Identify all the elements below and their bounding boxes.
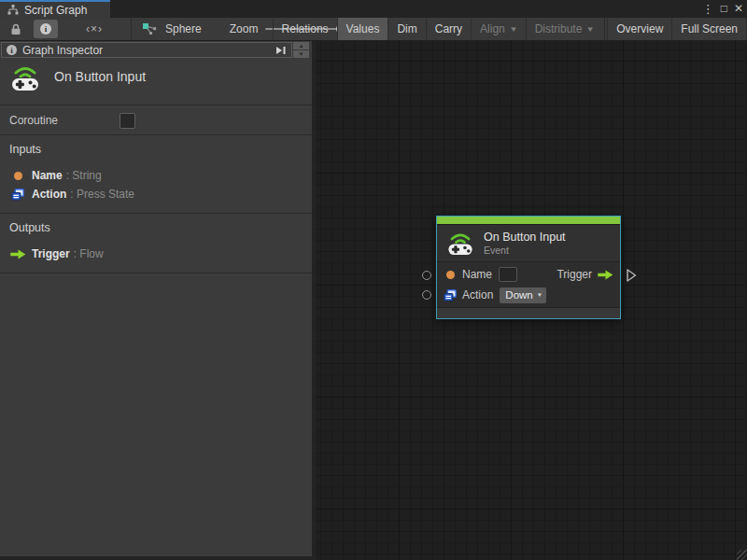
tab-script-graph[interactable]: Script Graph xyxy=(0,0,110,18)
enum-port-icon xyxy=(9,189,26,201)
outputs-section: Outputs Trigger : Flow xyxy=(0,214,312,273)
carry-button[interactable]: Carry xyxy=(426,18,471,40)
port-type: : Press State xyxy=(70,188,134,201)
node-footer xyxy=(437,308,620,318)
port-name: Name xyxy=(32,169,63,182)
fullscreen-label: Full Screen xyxy=(681,22,738,35)
zoom-label: Zoom xyxy=(230,22,259,35)
string-port-icon[interactable] xyxy=(444,271,457,279)
inspector-header: i Graph Inspector xyxy=(1,42,292,58)
window-controls: ⋮ □ ✕ xyxy=(702,0,743,18)
spinner-down-button[interactable]: ▼ xyxy=(293,50,309,58)
info-icon: i xyxy=(7,45,17,55)
toolbar-separator xyxy=(604,18,605,40)
toolbar-separator xyxy=(131,18,132,40)
distribute-dropdown-button[interactable]: Distribute ▼ xyxy=(526,18,603,40)
graph-name-label: Sphere xyxy=(165,22,202,35)
tab-title: Script Graph xyxy=(24,4,87,17)
inputs-header: Inputs xyxy=(9,143,312,156)
info-icon: i xyxy=(40,23,51,35)
fullscreen-button[interactable]: Full Screen xyxy=(671,18,747,40)
inputs-section: Inputs Name : String Action : Press Stat… xyxy=(0,135,312,214)
distribute-label: Distribute xyxy=(535,22,583,35)
values-button[interactable]: Values xyxy=(337,18,388,40)
name-port-connector[interactable] xyxy=(422,271,431,280)
action-dropdown-value: Down xyxy=(505,289,532,301)
node-row-name: Name Trigger xyxy=(444,265,613,285)
graph-hierarchy-icon xyxy=(7,5,19,15)
coroutine-checkbox[interactable] xyxy=(120,113,135,129)
port-name: Action xyxy=(32,188,66,201)
trigger-port-connector[interactable] xyxy=(626,268,637,283)
gamepad-icon xyxy=(446,231,474,256)
dock-panel-icon[interactable] xyxy=(275,46,287,55)
node-body: Name Trigger xyxy=(437,262,620,308)
trigger-port-label: Trigger xyxy=(557,268,592,281)
port-type: : Flow xyxy=(74,247,104,260)
enum-port-icon[interactable] xyxy=(444,289,457,301)
align-dropdown-button[interactable]: Align ▼ xyxy=(471,18,526,40)
dim-button[interactable]: Dim xyxy=(388,18,425,40)
action-port-connector[interactable] xyxy=(422,290,431,300)
node-event-colorbar xyxy=(437,217,620,225)
relations-button[interactable]: Relations xyxy=(273,18,337,40)
action-dropdown[interactable]: Down ▾ xyxy=(500,287,546,303)
overview-label: Overview xyxy=(616,22,663,35)
code-icon: ‹×› xyxy=(86,22,103,35)
carry-label: Carry xyxy=(435,22,462,35)
dim-label: Dim xyxy=(397,22,416,35)
unit-title: On Button Input xyxy=(54,69,146,84)
node-title: On Button Input xyxy=(484,231,566,245)
flow-port-icon[interactable] xyxy=(598,270,613,280)
port-row-trigger: Trigger : Flow xyxy=(9,245,312,263)
lock-button[interactable] xyxy=(6,20,26,38)
port-name: Trigger xyxy=(32,247,70,260)
on-button-input-node-wrap: On Button Input Event Name Trigger xyxy=(436,216,621,319)
name-input-field[interactable] xyxy=(499,267,517,282)
node-subtitle: Event xyxy=(484,245,566,257)
graph-toolbar: i ‹×› Sphere Zoom 1x R xyxy=(0,18,747,41)
toolbar-button-group: Relations Values Dim Carry Align ▼ Distr… xyxy=(273,18,747,40)
node-row-action: Action Down ▾ xyxy=(444,286,613,305)
coroutine-label: Coroutine xyxy=(9,114,58,127)
unit-title-section: On Button Input xyxy=(0,58,312,105)
outputs-header: Outputs xyxy=(9,221,312,234)
overview-button[interactable]: Overview xyxy=(607,18,671,40)
maximize-icon[interactable]: □ xyxy=(721,0,727,18)
port-row-action: Action : Press State xyxy=(9,185,312,203)
close-icon[interactable]: ✕ xyxy=(734,0,743,18)
port-row-name: Name : String xyxy=(9,166,312,185)
chevron-down-icon: ▼ xyxy=(586,25,596,34)
string-port-icon xyxy=(9,172,26,180)
lock-icon xyxy=(10,23,21,35)
graph-canvas[interactable]: On Button Input Event Name Trigger xyxy=(316,41,747,560)
relations-label: Relations xyxy=(282,22,329,35)
chevron-down-icon: ▾ xyxy=(537,291,541,299)
resize-grip[interactable] xyxy=(737,550,747,560)
coroutine-row: Coroutine xyxy=(0,105,312,135)
graph-inspector-panel: i Graph Inspector ▲ ▼ xyxy=(0,41,314,556)
panel-spinner: ▲ ▼ xyxy=(293,42,309,58)
inspector-toggle-button[interactable]: i xyxy=(34,20,58,38)
on-button-input-node[interactable]: On Button Input Event Name Trigger xyxy=(436,216,621,319)
unity-visual-scripting-window: Script Graph ⋮ □ ✕ i ‹×› xyxy=(0,0,747,560)
flow-port-icon xyxy=(9,249,26,259)
action-port-label: Action xyxy=(462,288,493,301)
align-label: Align xyxy=(480,22,505,35)
node-header[interactable]: On Button Input Event xyxy=(437,225,620,262)
edit-source-button[interactable]: ‹×› xyxy=(78,20,110,38)
name-port-label: Name xyxy=(462,268,492,281)
values-label: Values xyxy=(346,22,380,35)
window-menu-icon[interactable]: ⋮ xyxy=(702,0,714,18)
spinner-up-button[interactable]: ▲ xyxy=(293,42,309,49)
inspector-title: Graph Inspector xyxy=(22,44,270,57)
port-type: : String xyxy=(66,169,102,182)
chevron-down-icon: ▼ xyxy=(509,25,518,34)
gamepad-icon xyxy=(9,63,41,91)
graph-asset-icon xyxy=(139,20,160,38)
tab-strip: Script Graph ⋮ □ ✕ xyxy=(0,0,747,18)
